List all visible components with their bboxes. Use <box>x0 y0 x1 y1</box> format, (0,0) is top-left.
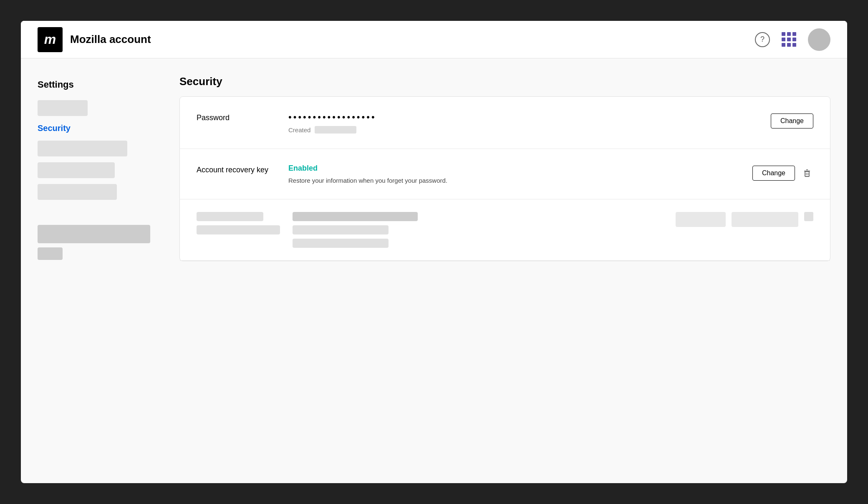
placeholder-center <box>293 212 418 248</box>
sidebar-item-placeholder-2[interactable] <box>38 141 127 156</box>
app-title: Mozilla account <box>70 33 151 46</box>
content-area: Security Password •••••••••••••••••• Cre… <box>171 75 830 466</box>
recovery-key-row: Account recovery key Enabled Restore you… <box>180 149 830 199</box>
sidebar-bottom-item[interactable] <box>38 225 150 243</box>
grid-dot <box>792 43 796 47</box>
grid-dot <box>792 38 796 41</box>
placeholder-btn-2 <box>732 212 798 227</box>
security-card: Password •••••••••••••••••• Created Chan… <box>179 96 830 261</box>
sidebar-bottom <box>38 225 171 260</box>
recovery-key-change-button[interactable]: Change <box>752 166 795 181</box>
logo-block: m Mozilla account <box>38 27 151 52</box>
password-row: Password •••••••••••••••••• Created Chan… <box>180 97 830 149</box>
header-actions: ? <box>755 28 830 51</box>
logo-box: m <box>38 27 63 52</box>
created-row: Created <box>288 126 771 134</box>
sidebar-item-placeholder-1[interactable] <box>38 100 88 116</box>
help-icon-label: ? <box>760 35 765 44</box>
header: m Mozilla account ? <box>21 21 847 58</box>
placeholder-value-1 <box>293 212 418 221</box>
placeholder-section <box>180 199 830 261</box>
grid-dot <box>782 32 785 36</box>
grid-dot <box>787 38 791 41</box>
password-label: Password <box>197 112 288 122</box>
placeholder-value-3 <box>293 239 389 248</box>
help-icon[interactable]: ? <box>755 32 770 47</box>
placeholder-actions <box>676 212 813 227</box>
sidebar-item-security[interactable]: Security <box>38 122 171 135</box>
recovery-key-body: Enabled Restore your information when yo… <box>288 164 752 184</box>
password-body: •••••••••••••••••• Created <box>288 112 771 134</box>
created-label: Created <box>288 126 310 134</box>
placeholder-value-2 <box>293 225 389 234</box>
logo-letter: m <box>44 32 56 47</box>
delete-icon[interactable] <box>801 167 813 179</box>
grid-dot <box>787 43 791 47</box>
sidebar-item-placeholder-4[interactable] <box>38 184 117 200</box>
placeholder-left <box>197 212 280 234</box>
avatar[interactable] <box>808 28 830 51</box>
placeholder-label-1 <box>197 212 263 221</box>
recovery-key-actions: Change <box>752 164 813 181</box>
app-window: m Mozilla account ? Se <box>21 21 847 483</box>
password-change-button[interactable]: Change <box>771 113 813 129</box>
main-layout: Settings Security Security Password ••••… <box>21 58 847 483</box>
svg-rect-0 <box>805 171 809 176</box>
password-dots: •••••••••••••••••• <box>288 112 771 123</box>
recovery-key-label: Account recovery key <box>197 164 288 174</box>
created-date-placeholder <box>315 126 356 134</box>
grid-dot <box>782 43 785 47</box>
sidebar-title: Settings <box>38 79 171 90</box>
sidebar: Settings Security <box>38 75 171 466</box>
sidebar-bottom-sub <box>38 247 63 260</box>
grid-dot <box>792 32 796 36</box>
placeholder-btn-1 <box>676 212 726 227</box>
page-title: Security <box>179 75 830 88</box>
placeholder-label-2 <box>197 225 280 234</box>
grid-dot <box>787 32 791 36</box>
grid-icon[interactable] <box>782 32 796 47</box>
password-actions: Change <box>771 112 813 129</box>
grid-dot <box>782 38 785 41</box>
placeholder-icon <box>804 212 813 221</box>
sidebar-item-placeholder-3[interactable] <box>38 162 115 178</box>
recovery-description: Restore your information when you forget… <box>288 177 752 184</box>
recovery-status: Enabled <box>288 164 752 173</box>
